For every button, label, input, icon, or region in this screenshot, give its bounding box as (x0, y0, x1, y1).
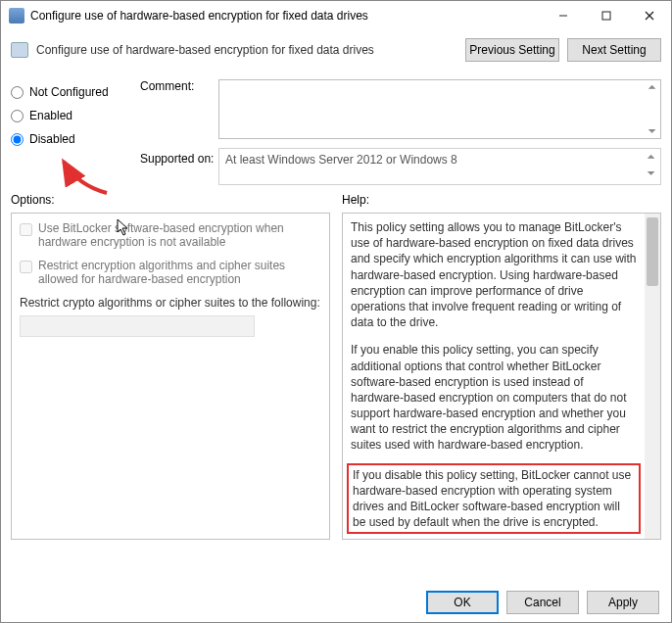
checkbox-software-fallback-input (20, 223, 32, 236)
svg-rect-1 (602, 12, 610, 20)
scroll-down-icon[interactable]: ⏷ (645, 125, 659, 140)
help-paragraph-highlighted: If you disable this policy setting, BitL… (353, 467, 635, 531)
help-paragraph: This policy setting allows you to manage… (351, 219, 637, 330)
state-radio-group: Not Configured Enabled Disabled (11, 79, 140, 185)
checkbox-label: Use BitLocker software-based encryption … (38, 221, 321, 249)
footer-buttons: OK Cancel Apply (426, 591, 659, 614)
checkbox-software-fallback: Use BitLocker software-based encryption … (20, 221, 321, 249)
app-icon (9, 8, 24, 24)
scroll-up-icon[interactable]: ⏶ (644, 151, 658, 166)
restrict-input (20, 315, 255, 337)
help-panel: This policy setting allows you to manage… (342, 213, 661, 540)
apply-button[interactable]: Apply (587, 591, 659, 614)
minimize-button[interactable] (542, 2, 585, 29)
supported-value: At least Windows Server 2012 or Windows … (225, 153, 457, 167)
comment-label: Comment: (140, 79, 218, 142)
maximize-button[interactable] (585, 2, 628, 29)
comment-textarea[interactable] (218, 79, 661, 139)
highlight-box: If you disable this policy setting, BitL… (347, 463, 641, 535)
radio-enabled[interactable]: Enabled (11, 109, 140, 122)
previous-setting-button[interactable]: Previous Setting (465, 38, 559, 62)
checkbox-restrict-algorithms-input (20, 261, 32, 273)
radio-label: Not Configured (29, 85, 109, 99)
window-title: Configure use of hardware-based encrypti… (30, 9, 542, 23)
options-label: Options: (11, 193, 330, 207)
policy-icon (11, 42, 28, 58)
scroll-up-icon[interactable]: ⏶ (645, 81, 659, 96)
cancel-button[interactable]: Cancel (506, 591, 579, 614)
ok-button[interactable]: OK (426, 591, 499, 614)
radio-disabled-input[interactable] (11, 133, 24, 146)
options-panel: Use BitLocker software-based encryption … (11, 213, 330, 540)
supported-label: Supported on: (140, 148, 218, 185)
help-paragraph: If you enable this policy setting, you c… (351, 342, 637, 453)
scroll-down-icon[interactable]: ⏷ (644, 168, 658, 182)
header: Configure use of hardware-based encrypti… (1, 30, 671, 75)
radio-label: Disabled (29, 132, 75, 146)
help-text: This policy setting allows you to manage… (343, 214, 645, 539)
radio-disabled[interactable]: Disabled (11, 132, 140, 146)
restrict-label: Restrict crypto algorithms or cipher sui… (20, 296, 321, 310)
scrollbar-thumb[interactable] (647, 217, 658, 286)
radio-label: Enabled (29, 109, 72, 122)
supported-on-field: At least Windows Server 2012 or Windows … (218, 148, 661, 185)
radio-not-configured[interactable]: Not Configured (11, 85, 140, 99)
radio-not-configured-input[interactable] (11, 86, 24, 99)
checkbox-label: Restrict encryption algorithms and ciphe… (38, 259, 321, 286)
checkbox-restrict-algorithms: Restrict encryption algorithms and ciphe… (20, 259, 321, 286)
close-button[interactable] (628, 2, 671, 29)
titlebar: Configure use of hardware-based encrypti… (1, 1, 671, 30)
radio-enabled-input[interactable] (11, 110, 24, 122)
next-setting-button[interactable]: Next Setting (567, 38, 661, 62)
help-scrollbar[interactable] (645, 214, 660, 539)
header-title: Configure use of hardware-based encrypti… (36, 43, 457, 57)
help-label: Help: (342, 193, 661, 207)
